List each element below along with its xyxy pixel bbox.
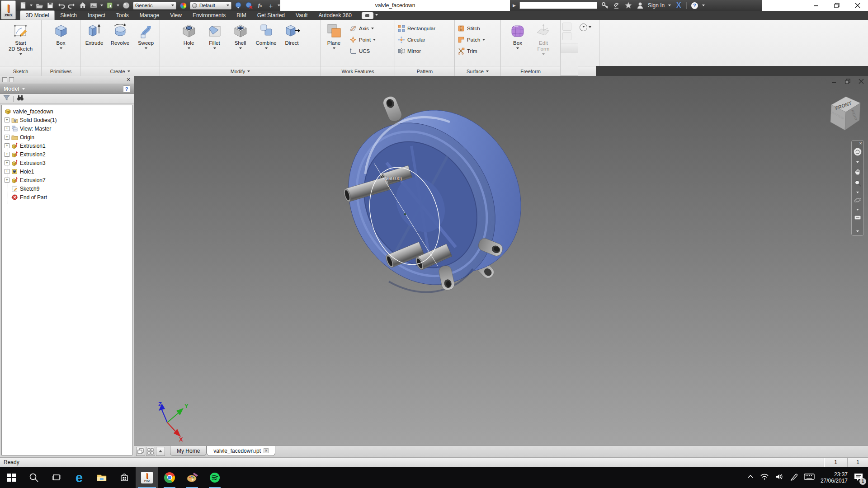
tree-item-end-of-part[interactable]: End of Part xyxy=(2,193,132,202)
tab-vault[interactable]: Vault xyxy=(290,11,313,20)
tree-item-solid-bodies[interactable]: + Solid Bodies(1) xyxy=(2,116,132,124)
start-button[interactable] xyxy=(0,467,23,488)
material-dropdown-icon[interactable] xyxy=(117,5,119,8)
box-primitive-button[interactable]: Box xyxy=(48,21,74,51)
parameters-fx-icon[interactable]: fx xyxy=(256,1,264,9)
material-select[interactable]: Generic xyxy=(133,2,176,9)
tab-inspect[interactable]: Inspect xyxy=(82,11,111,20)
tab-manage[interactable]: Manage xyxy=(134,11,165,20)
new-file-icon[interactable] xyxy=(19,1,27,9)
material-browser-icon[interactable] xyxy=(106,1,114,9)
browser-header[interactable]: Model ? xyxy=(0,84,134,94)
tab-my-home[interactable]: My Home xyxy=(170,446,207,456)
convert-icon-1[interactable] xyxy=(562,23,571,31)
panel-label-modify[interactable]: Modify xyxy=(160,66,321,76)
tree-item-hole1[interactable]: + Hole1 xyxy=(2,167,132,176)
touch-keyboard-icon[interactable] xyxy=(804,473,815,482)
undo-icon[interactable] xyxy=(57,1,65,9)
tab-view[interactable]: View xyxy=(165,11,187,20)
edge-icon[interactable]: e xyxy=(68,467,90,488)
pen-icon[interactable] xyxy=(790,473,798,483)
point-button[interactable]: Point xyxy=(348,34,377,45)
favorites-star-icon[interactable] xyxy=(624,1,632,9)
expand-icon[interactable]: + xyxy=(5,160,9,165)
clear-appearance-icon[interactable] xyxy=(245,1,253,9)
zoom-dropdown-icon[interactable] xyxy=(856,192,859,195)
tab-environments[interactable]: Environments xyxy=(187,11,231,20)
screencast-dropdown-icon[interactable] xyxy=(375,14,378,17)
graphics-viewport[interactable]: FRONT RIGHT BOTTOM ✕ xyxy=(134,76,868,446)
open-icon[interactable] xyxy=(35,1,43,9)
look-at-icon[interactable] xyxy=(854,213,862,223)
add-qat-icon[interactable]: + xyxy=(267,1,275,9)
view-cube[interactable]: FRONT RIGHT BOTTOM xyxy=(825,89,866,134)
file-explorer-icon[interactable] xyxy=(90,467,113,488)
trim-button[interactable]: Trim xyxy=(456,45,487,56)
start-2d-sketch-button[interactable]: Start2D Sketch xyxy=(8,21,33,56)
panel-label-work-features[interactable]: Work Features xyxy=(321,66,395,76)
taskbar-clock[interactable]: 23:37 27/06/2017 xyxy=(821,471,848,484)
browser-close-icon[interactable]: ✕ xyxy=(125,77,132,83)
panel-label-primitives[interactable]: Primitives xyxy=(42,66,80,76)
panel-label-create[interactable]: Create xyxy=(80,66,160,76)
adjust-appearance-icon[interactable] xyxy=(234,1,242,9)
tree-item-view-master[interactable]: + View: Master xyxy=(2,124,132,133)
volume-icon[interactable] xyxy=(775,473,784,482)
search-binoculars-icon[interactable] xyxy=(17,94,24,103)
doc-minimize-button[interactable] xyxy=(831,78,837,84)
expand-icon[interactable]: + xyxy=(5,169,9,174)
ucs-button[interactable]: UCS xyxy=(348,45,377,56)
tab-3d-model[interactable]: 3D Model xyxy=(20,10,55,20)
part-model[interactable]: (360.00) xyxy=(312,88,529,305)
close-button[interactable] xyxy=(847,0,868,11)
restore-button[interactable] xyxy=(826,0,847,11)
mirror-button[interactable]: Mirror xyxy=(396,45,437,56)
extrude-button[interactable]: Extrude xyxy=(81,21,107,46)
expand-icon[interactable]: + xyxy=(5,178,9,183)
sign-in-link[interactable]: Sign In xyxy=(648,2,665,9)
revolve-button[interactable]: Revolve xyxy=(107,21,133,46)
navbar-more-icon[interactable] xyxy=(856,230,859,234)
panel-label-sketch[interactable]: Sketch xyxy=(0,66,41,76)
ribbon-minimize-button[interactable] xyxy=(580,23,593,32)
browser-help-icon[interactable]: ? xyxy=(123,85,130,93)
appearance-select[interactable]: Default xyxy=(190,2,231,9)
render-icon[interactable] xyxy=(90,1,98,9)
tab-tools[interactable]: Tools xyxy=(111,11,134,20)
tab-close-icon[interactable]: ✕ xyxy=(264,448,269,453)
tree-item-sketch9[interactable]: Sketch9 xyxy=(2,184,132,193)
tree-item-extrusion7[interactable]: + Extrusion7 xyxy=(2,176,132,184)
taskbar-search-icon[interactable] xyxy=(23,467,45,488)
tab-get-started[interactable]: Get Started xyxy=(252,11,290,20)
help-icon[interactable]: ? xyxy=(690,1,698,9)
tree-item-extrusion2[interactable]: + Extrusion2 xyxy=(2,150,132,159)
expand-icon[interactable]: + xyxy=(5,143,9,148)
expand-icon[interactable]: + xyxy=(5,135,9,140)
chrome-icon[interactable] xyxy=(158,467,181,488)
wifi-icon[interactable] xyxy=(760,473,769,482)
axis-button[interactable]: Axis xyxy=(348,23,377,34)
plane-button[interactable]: Plane xyxy=(321,21,347,51)
stitch-button[interactable]: Stitch xyxy=(456,23,487,34)
tab-valvle-facedown[interactable]: valvle_facedown.ipt ✕ xyxy=(207,446,275,456)
appearance-sphere-icon[interactable] xyxy=(122,1,130,9)
minimize-button[interactable] xyxy=(806,0,826,11)
sweep-button[interactable]: Sweep xyxy=(133,21,159,51)
expand-icon[interactable]: + xyxy=(5,126,9,131)
infocenter-collapse-icon[interactable]: ▶ xyxy=(513,3,516,8)
edit-form-button[interactable]: EditForm xyxy=(531,21,557,56)
filter-icon[interactable] xyxy=(3,94,10,103)
exchange-apps-icon[interactable]: X xyxy=(675,1,683,9)
orbit-dropdown-icon[interactable] xyxy=(856,209,859,212)
convert-icon-2[interactable] xyxy=(562,32,571,40)
tray-chevron-icon[interactable] xyxy=(747,473,754,482)
rectangular-pattern-button[interactable]: Rectangular xyxy=(396,23,437,34)
paint-icon[interactable] xyxy=(181,467,203,488)
expand-icon[interactable]: + xyxy=(5,117,9,122)
dock-float-icon[interactable] xyxy=(2,77,7,82)
hole-button[interactable]: Hole xyxy=(176,21,202,51)
tree-item-root[interactable]: valvle_facedown xyxy=(2,107,132,116)
pan-hand-icon[interactable] xyxy=(854,168,862,178)
circular-pattern-button[interactable]: Circular xyxy=(396,34,437,45)
tree-item-extrusion1[interactable]: + Extrusion1 xyxy=(2,141,132,150)
